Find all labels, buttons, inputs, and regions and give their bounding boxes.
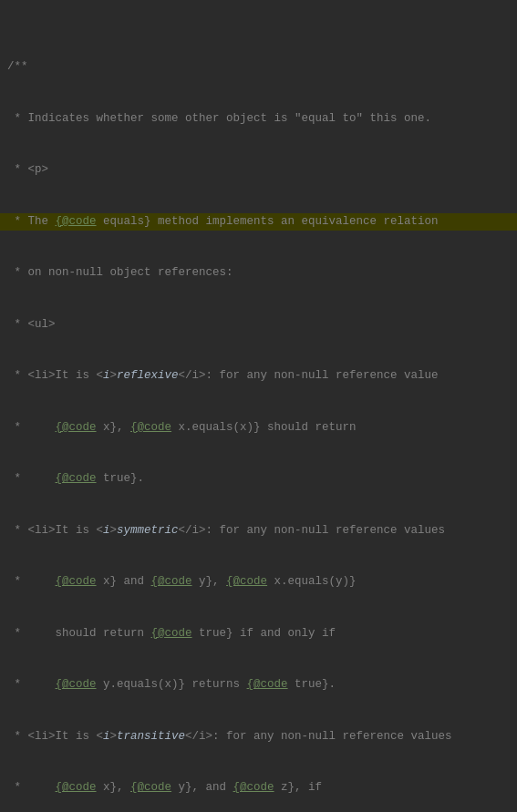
line-4: * The {@code equals} method implements a… — [0, 213, 517, 231]
code-block: /** * Indicates whether some other objec… — [0, 0, 517, 812]
line-6: * <ul> — [0, 316, 517, 334]
line-5: * on non-null object references: — [0, 264, 517, 282]
line-9: * {@code true}. — [0, 470, 517, 488]
line-2: * Indicates whether some other object is… — [0, 110, 517, 128]
line-12: * should return {@code true} if and only… — [0, 625, 517, 642]
line-3: * <p> — [0, 161, 517, 179]
line-8: * {@code x}, {@code x.equals(x)} should … — [0, 419, 517, 437]
line-7: * <li>It is <i>reflexive</i>: for any no… — [0, 367, 517, 385]
line-1: /** — [0, 58, 517, 76]
line-11: * {@code x} and {@code y}, {@code x.equa… — [0, 573, 517, 591]
line-14: * <li>It is <i>transitive</i>: for any n… — [0, 728, 517, 745]
line-10: * <li>It is <i>symmetric</i>: for any no… — [0, 522, 517, 540]
line-15: * {@code x}, {@code y}, and {@code z}, i… — [0, 779, 517, 797]
line-13: * {@code y.equals(x)} returns {@code tru… — [0, 676, 517, 694]
